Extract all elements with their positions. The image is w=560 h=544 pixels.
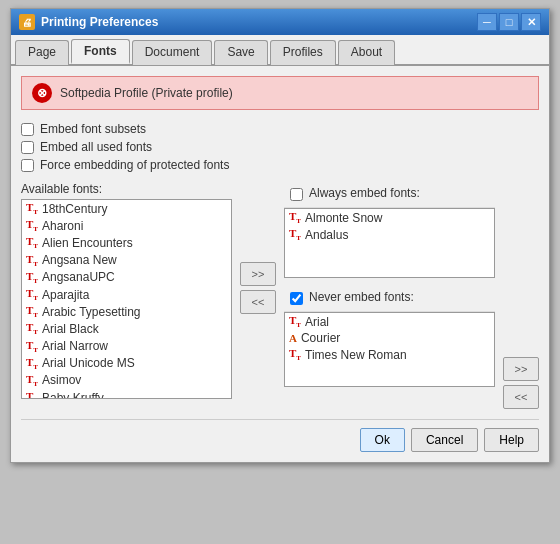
font-item[interactable]: TTArial Black: [22, 320, 231, 337]
tab-save[interactable]: Save: [214, 40, 267, 65]
tt-icon: TT: [26, 218, 38, 233]
tt-icon: TT: [26, 201, 38, 216]
never-embed-label[interactable]: Never embed fonts:: [309, 290, 414, 304]
window-title: Printing Preferences: [41, 15, 158, 29]
font-name: Arial Black: [42, 322, 99, 336]
available-fonts-listbox[interactable]: TT18thCenturyTTAharoniTTAlien Encounters…: [21, 199, 232, 399]
never-embed-font-item[interactable]: TTArial: [285, 313, 494, 330]
force-embed-label[interactable]: Force embedding of protected fonts: [40, 158, 229, 172]
tt-icon: TT: [26, 390, 38, 399]
font-item[interactable]: TTAharoni: [22, 217, 231, 234]
font-a-icon: A: [289, 332, 297, 344]
checkboxes-group: Embed font subsets Embed all used fonts …: [21, 122, 539, 172]
embed-all-label[interactable]: Embed all used fonts: [40, 140, 152, 154]
tt-icon: TT: [26, 287, 38, 302]
tab-bar: Page Fonts Document Save Profiles About: [11, 35, 549, 66]
font-item[interactable]: TTArabic Typesetting: [22, 303, 231, 320]
font-name: Baby Kruffy: [42, 391, 104, 399]
cancel-button[interactable]: Cancel: [411, 428, 478, 452]
font-name: Arabic Typesetting: [42, 305, 141, 319]
force-embed-checkbox[interactable]: [21, 159, 34, 172]
tt-icon: TT: [26, 373, 38, 388]
tab-fonts[interactable]: Fonts: [71, 39, 130, 64]
always-embed-font-item[interactable]: TTAlmonte Snow: [285, 209, 494, 226]
embed-subsets-row: Embed font subsets: [21, 122, 539, 136]
font-item[interactable]: TTAngsanaUPC: [22, 269, 231, 286]
ok-button[interactable]: Ok: [360, 428, 405, 452]
tt-icon: TT: [26, 253, 38, 268]
always-embed-section: Always embed fonts: TTAlmonte SnowTTAnda…: [284, 182, 495, 278]
never-embed-font-item[interactable]: ACourier: [285, 330, 494, 346]
title-bar: 🖨 Printing Preferences ─ □ ✕: [11, 9, 549, 35]
fonts-area: Available fonts: TT18thCenturyTTAharoniT…: [21, 182, 539, 409]
font-name: Aparajita: [42, 288, 89, 302]
force-embed-row: Force embedding of protected fonts: [21, 158, 539, 172]
remove-from-never-button[interactable]: <<: [503, 385, 539, 409]
font-item[interactable]: TT18thCentury: [22, 200, 231, 217]
font-item[interactable]: TTAlien Encounters: [22, 234, 231, 251]
font-name: AngsanaUPC: [42, 270, 115, 284]
never-embed-arrows: >> <<: [503, 182, 539, 409]
font-item[interactable]: TTAngsana New: [22, 252, 231, 269]
help-button[interactable]: Help: [484, 428, 539, 452]
font-item[interactable]: TTAparajita: [22, 286, 231, 303]
printing-preferences-window: 🖨 Printing Preferences ─ □ ✕ Page Fonts …: [10, 8, 550, 463]
font-tt-icon: TT: [289, 314, 301, 329]
tt-icon: TT: [26, 356, 38, 371]
right-panels: Always embed fonts: TTAlmonte SnowTTAnda…: [284, 182, 495, 387]
font-name: Andalus: [305, 228, 348, 242]
tt-icon: TT: [26, 339, 38, 354]
font-name: Arial: [305, 315, 329, 329]
tab-about[interactable]: About: [338, 40, 395, 65]
tab-document[interactable]: Document: [132, 40, 213, 65]
remove-from-always-button[interactable]: <<: [240, 290, 276, 314]
tt-icon: TT: [26, 270, 38, 285]
maximize-button[interactable]: □: [499, 13, 519, 31]
minimize-button[interactable]: ─: [477, 13, 497, 31]
never-embed-header: Never embed fonts:: [284, 286, 495, 312]
tab-page[interactable]: Page: [15, 40, 69, 65]
tab-profiles[interactable]: Profiles: [270, 40, 336, 65]
font-item[interactable]: TTAsimov: [22, 372, 231, 389]
font-name: Arial Narrow: [42, 339, 108, 353]
tt-icon: TT: [26, 235, 38, 250]
font-name: Arial Unicode MS: [42, 356, 135, 370]
tt-icon: TT: [289, 210, 301, 225]
profile-banner: ⊗ Softpedia Profile (Private profile): [21, 76, 539, 110]
profile-text: Softpedia Profile (Private profile): [60, 86, 233, 100]
always-embed-header: Always embed fonts:: [284, 182, 495, 208]
font-item[interactable]: TTArial Narrow: [22, 338, 231, 355]
tt-icon: TT: [26, 304, 38, 319]
font-name: Angsana New: [42, 253, 117, 267]
font-name: 18thCentury: [42, 202, 107, 216]
close-button[interactable]: ✕: [521, 13, 541, 31]
font-name: Aharoni: [42, 219, 83, 233]
font-name: Almonte Snow: [305, 211, 382, 225]
tt-icon: TT: [289, 227, 301, 242]
embed-subsets-checkbox[interactable]: [21, 123, 34, 136]
add-to-always-button[interactable]: >>: [240, 262, 276, 286]
tt-icon: TT: [26, 321, 38, 336]
window-icon: 🖨: [19, 14, 35, 30]
never-embed-listbox[interactable]: TTArialACourierTTTimes New Roman: [284, 312, 495, 387]
embed-all-checkbox[interactable]: [21, 141, 34, 154]
always-embed-checkbox[interactable]: [290, 188, 303, 201]
font-tt-icon: TT: [289, 347, 301, 362]
title-bar-left: 🖨 Printing Preferences: [19, 14, 158, 30]
always-embed-font-item[interactable]: TTAndalus: [285, 226, 494, 243]
profile-icon: ⊗: [32, 83, 52, 103]
never-embed-font-item[interactable]: TTTimes New Roman: [285, 346, 494, 363]
title-controls: ─ □ ✕: [477, 13, 541, 31]
font-item[interactable]: TTArial Unicode MS: [22, 355, 231, 372]
embed-all-row: Embed all used fonts: [21, 140, 539, 154]
embed-subsets-label[interactable]: Embed font subsets: [40, 122, 146, 136]
font-item[interactable]: TTBaby Kruffy: [22, 389, 231, 399]
add-to-never-button[interactable]: >>: [503, 357, 539, 381]
font-name: Alien Encounters: [42, 236, 133, 250]
never-embed-checkbox[interactable]: [290, 292, 303, 305]
always-embed-listbox[interactable]: TTAlmonte SnowTTAndalus: [284, 208, 495, 278]
available-fonts-container: Available fonts: TT18thCenturyTTAharoniT…: [21, 182, 232, 399]
available-fonts-label: Available fonts:: [21, 182, 232, 196]
font-name: Asimov: [42, 373, 81, 387]
always-embed-label[interactable]: Always embed fonts:: [309, 186, 420, 200]
